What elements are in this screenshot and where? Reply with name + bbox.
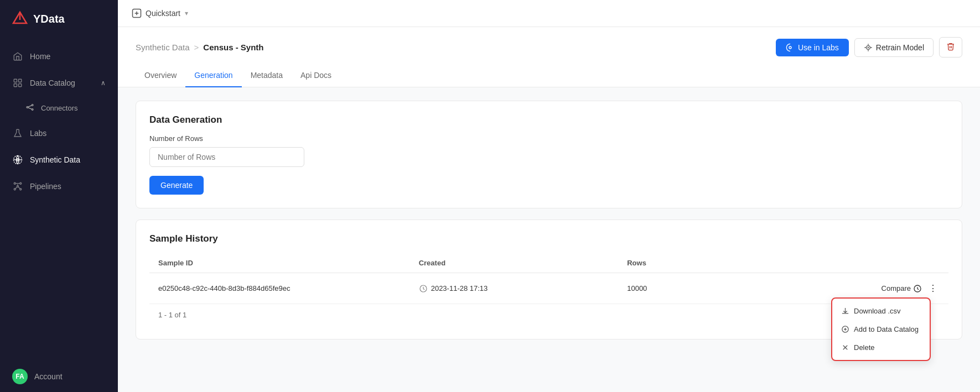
logo-icon <box>11 10 29 28</box>
breadcrumb-separator: > <box>194 43 199 52</box>
row-actions: Compare ⋮ <box>731 281 940 296</box>
svg-point-26 <box>868 47 868 48</box>
svg-point-16 <box>14 189 15 190</box>
sidebar-item-synthetic-data[interactable]: Synthetic Data <box>0 147 118 173</box>
svg-point-17 <box>20 189 22 190</box>
svg-rect-2 <box>14 79 17 82</box>
rows-label: Number of Rows <box>149 134 948 143</box>
retrain-model-button[interactable]: Retrain Model <box>854 38 934 57</box>
dropdown-menu: Download .csv Add to Data Catalog Delete <box>831 297 931 361</box>
logo-text: YData <box>33 13 65 25</box>
compare-icon <box>913 284 922 293</box>
pipelines-icon <box>12 181 23 192</box>
sidebar-item-synthetic-label: Synthetic Data <box>30 155 80 164</box>
home-icon <box>12 51 23 62</box>
svg-point-13 <box>14 182 15 184</box>
download-icon <box>841 307 849 315</box>
sidebar-item-pipelines[interactable]: Pipelines <box>0 173 118 200</box>
clock-icon <box>419 284 428 293</box>
logo: YData <box>0 0 118 38</box>
svg-point-7 <box>32 104 33 106</box>
retrain-icon <box>864 43 873 52</box>
tab-api-docs[interactable]: Api Docs <box>292 64 340 87</box>
main-content: Quickstart ▾ Synthetic Data > Census - S… <box>118 0 980 392</box>
header-actions: Use in Labs Retrain Model <box>776 37 962 58</box>
breadcrumb-current: Census - Synth <box>203 43 263 52</box>
sidebar-item-labs-label: Labs <box>30 129 46 138</box>
table-row: e0250c48-c92c-440b-8d3b-f884d65fe9ec 202… <box>149 273 948 304</box>
created-value: 2023-11-28 17:13 <box>431 284 488 292</box>
dropdown-delete[interactable]: Delete <box>832 338 930 357</box>
svg-line-20 <box>15 187 17 189</box>
content-area: Data Generation Number of Rows Generate … <box>118 87 980 392</box>
dropdown-download[interactable]: Download .csv <box>832 302 930 320</box>
tab-overview[interactable]: Overview <box>136 64 185 87</box>
dropdown-add-catalog[interactable]: Add to Data Catalog <box>832 320 930 338</box>
rows-input[interactable] <box>149 147 304 167</box>
connectors-icon <box>25 103 34 113</box>
topbar-left: Quickstart ▾ <box>131 8 189 19</box>
sample-history-title: Sample History <box>149 233 948 244</box>
add-catalog-icon <box>841 325 849 333</box>
svg-point-6 <box>27 107 28 108</box>
sidebar: YData Home Data Catalog ∧ Connectors <box>0 0 118 392</box>
sidebar-item-home-label: Home <box>30 52 50 61</box>
sidebar-item-labs[interactable]: Labs <box>0 120 118 147</box>
account-label: Account <box>34 372 63 381</box>
svg-rect-5 <box>19 84 22 87</box>
svg-line-10 <box>28 108 32 109</box>
tab-metadata[interactable]: Metadata <box>242 64 292 87</box>
use-in-labs-button[interactable]: Use in Labs <box>776 39 849 56</box>
delete-button[interactable] <box>939 37 962 58</box>
breadcrumb-parent[interactable]: Synthetic Data <box>136 43 190 52</box>
topbar-chevron[interactable]: ▾ <box>185 9 188 17</box>
sidebar-item-pipelines-label: Pipelines <box>30 182 61 191</box>
sidebar-item-data-catalog[interactable]: Data Catalog ∧ <box>0 70 118 96</box>
created-cell: 2023-11-28 17:13 <box>419 284 628 293</box>
sample-history-card: Sample History Sample ID Created Rows e0… <box>136 219 962 339</box>
page-header: Synthetic Data > Census - Synth Use in L… <box>118 27 980 58</box>
synthetic-icon <box>12 154 23 165</box>
tab-generation[interactable]: Generation <box>185 64 241 87</box>
col-header-sample-id: Sample ID <box>158 259 419 267</box>
svg-point-15 <box>17 186 19 187</box>
compare-button[interactable]: Compare <box>882 284 922 293</box>
svg-line-9 <box>28 106 32 107</box>
col-header-created: Created <box>419 259 628 267</box>
chevron-up-icon: ∧ <box>101 79 106 87</box>
svg-rect-4 <box>14 84 17 87</box>
avatar: FA <box>12 369 28 384</box>
delete-row-icon <box>841 343 849 352</box>
svg-point-25 <box>789 46 791 49</box>
sample-id-cell: e0250c48-c92c-440b-8d3b-f884d65fe9ec <box>158 284 419 292</box>
table-header: Sample ID Created Rows <box>149 253 948 273</box>
sidebar-item-account[interactable]: FA Account <box>0 361 118 392</box>
sidebar-item-connectors-label: Connectors <box>41 104 77 112</box>
sidebar-nav: Home Data Catalog ∧ Connectors Labs <box>0 38 118 361</box>
generate-button[interactable]: Generate <box>149 176 204 195</box>
kebab-menu-button[interactable]: ⋮ <box>926 281 940 296</box>
col-header-rows: Rows <box>627 259 731 267</box>
svg-point-14 <box>20 182 22 184</box>
svg-rect-3 <box>19 79 22 82</box>
quickstart-icon <box>131 8 142 19</box>
pagination-info: 1 - 1 of 1 <box>149 304 948 326</box>
data-generation-card: Data Generation Number of Rows Generate <box>136 101 962 208</box>
catalog-icon <box>12 77 23 88</box>
trash-icon <box>946 42 955 51</box>
svg-line-21 <box>18 187 20 189</box>
tabs: Overview Generation Metadata Api Docs <box>118 64 980 87</box>
svg-point-8 <box>32 109 33 111</box>
data-generation-title: Data Generation <box>149 114 948 126</box>
sidebar-item-connectors[interactable]: Connectors <box>0 96 118 120</box>
breadcrumb: Synthetic Data > Census - Synth <box>136 43 264 52</box>
rows-cell: 10000 <box>627 284 731 292</box>
labs-btn-icon <box>786 43 795 52</box>
topbar: Quickstart ▾ <box>118 0 980 27</box>
sidebar-item-home[interactable]: Home <box>0 43 118 70</box>
table-row-container: e0250c48-c92c-440b-8d3b-f884d65fe9ec 202… <box>149 273 948 304</box>
sidebar-item-data-catalog-label: Data Catalog <box>30 79 75 87</box>
labs-icon <box>12 128 23 139</box>
topbar-label: Quickstart <box>146 9 180 18</box>
